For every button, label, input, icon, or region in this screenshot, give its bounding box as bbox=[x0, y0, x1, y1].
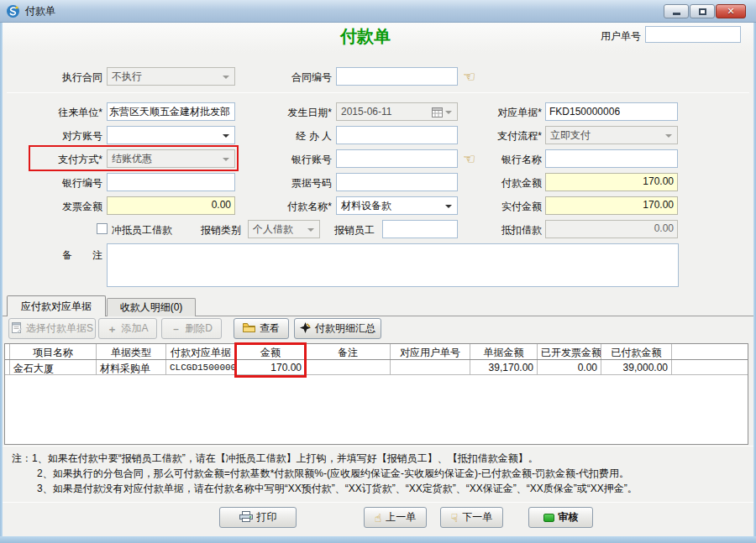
pay-name-label: 付款名称* bbox=[252, 200, 332, 214]
occur-date-picker[interactable]: 2015-06-11 bbox=[336, 102, 458, 121]
chevron-down-icon bbox=[307, 228, 314, 232]
counterpart-label: 往来单位* bbox=[25, 106, 102, 120]
pick-contract-icon[interactable]: ☜ bbox=[463, 70, 475, 84]
maximize-icon bbox=[699, 8, 706, 15]
note-line-1: 注：1、如果在付款中要“报销员工借款”，请在【冲抵员工借款】上打钩，并填写好【报… bbox=[12, 452, 538, 466]
pay-name-select[interactable]: 材料设备款 bbox=[336, 196, 458, 215]
tab-payee-detail[interactable]: 收款人明细(0) bbox=[107, 298, 196, 316]
pay-flow-label: 支付流程* bbox=[475, 129, 542, 144]
reimburse-type-select[interactable]: 个人借款 bbox=[248, 220, 320, 238]
ref-doc-label: 对应单据* bbox=[475, 106, 542, 120]
bank-name-label: 银行名称 bbox=[475, 153, 542, 167]
hand-up-icon: ☝ bbox=[375, 512, 382, 524]
calendar-icon bbox=[432, 107, 443, 120]
counterpart-input[interactable] bbox=[107, 102, 235, 121]
window-border-left bbox=[0, 23, 3, 543]
opp-account-label: 对方账号 bbox=[25, 129, 102, 144]
bank-no-label: 银行编号 bbox=[25, 176, 102, 191]
minimize-button[interactable] bbox=[664, 4, 689, 18]
invoice-amount-label: 发票金额 bbox=[25, 200, 102, 214]
cell-doc-amount: 39,170.00 bbox=[470, 360, 538, 374]
bank-name-input[interactable] bbox=[545, 149, 678, 168]
note-line-3: 3、如果是付款没有对应付款单据，请在付款名称中写明“XX预付款”、“XX订货款”… bbox=[37, 482, 638, 496]
payment-form-window: 付款单 ✕ 付款单 用户单号 执行合同 不执行 合同编号 ☜ 往来单位* 发生日… bbox=[0, 0, 756, 543]
folder-icon bbox=[243, 323, 255, 335]
reimburse-type-label: 报销类别 bbox=[191, 223, 241, 238]
contract-no-label: 合同编号 bbox=[252, 70, 332, 85]
deduct-loan-field: 0.00 bbox=[545, 220, 678, 238]
chevron-down-icon bbox=[445, 111, 452, 114]
offset-loan-checkbox[interactable] bbox=[97, 223, 108, 234]
payable-docs-table: 项目名称 单据类型 付款对应单据 金额 备注 对应用户单号 单据金额 已开发票金… bbox=[4, 343, 748, 445]
printer-icon bbox=[239, 511, 253, 525]
maximize-button[interactable] bbox=[690, 4, 715, 18]
chevron-down-icon bbox=[445, 205, 452, 208]
divider bbox=[3, 502, 753, 503]
col-invoiced-amount: 已开发票金额 bbox=[538, 344, 601, 359]
plus-icon: ＋ bbox=[107, 324, 117, 334]
remark-textarea[interactable] bbox=[107, 243, 679, 287]
audit-button[interactable]: 审核 bbox=[528, 507, 593, 528]
contract-no-input[interactable] bbox=[336, 67, 458, 86]
opp-account-select[interactable] bbox=[107, 126, 235, 144]
app-logo-icon bbox=[6, 4, 20, 18]
pay-amount-field: 170.00 bbox=[545, 173, 678, 191]
minimize-icon bbox=[673, 13, 680, 15]
ref-doc-input[interactable] bbox=[545, 102, 678, 121]
select-payment-doc-button[interactable]: 选择付款单据S bbox=[8, 318, 96, 339]
user-doc-input[interactable] bbox=[645, 26, 741, 43]
offset-loan-label: 冲抵员工借款 bbox=[112, 223, 172, 238]
reimburse-emp-input[interactable] bbox=[382, 220, 458, 238]
cell-invoiced-amount: 0.00 bbox=[538, 360, 601, 374]
print-button[interactable]: 打印 bbox=[219, 507, 297, 528]
bill-no-label: 票据号码 bbox=[252, 176, 332, 191]
chevron-down-icon bbox=[223, 76, 229, 79]
handler-input[interactable] bbox=[336, 126, 458, 144]
add-row-button[interactable]: ＋ 添加A bbox=[98, 318, 157, 339]
col-doc-amount: 单据金额 bbox=[470, 344, 538, 359]
remark-label: 备 注 bbox=[25, 248, 102, 263]
chevron-down-icon bbox=[665, 134, 672, 138]
table-row[interactable]: 金石大厦 材料采购单 CLCGD150000017 170.00 39,170.… bbox=[5, 360, 748, 375]
payment-summary-button[interactable]: 付款明细汇总 bbox=[294, 318, 381, 339]
hand-down-icon: ☟ bbox=[451, 512, 459, 524]
close-button[interactable]: ✕ bbox=[716, 4, 746, 18]
reimburse-emp-label: 报销员工 bbox=[333, 223, 375, 238]
cell-remark bbox=[306, 360, 391, 374]
actual-amount-field: 170.00 bbox=[545, 196, 678, 215]
cell-ref-doc: CLCGD150000017 bbox=[166, 360, 236, 374]
col-ref-doc: 付款对应单据 bbox=[166, 344, 236, 359]
exec-contract-select[interactable]: 不执行 bbox=[107, 67, 235, 86]
view-button[interactable]: 查看 bbox=[234, 318, 289, 339]
divider bbox=[7, 92, 749, 93]
chevron-down-icon bbox=[223, 134, 229, 138]
note-line-2: 2、如果执行的分包合同，那么可付款金额=付款基数*付款限额%-(应收履约保证金-… bbox=[37, 467, 629, 481]
occur-date-label: 发生日期* bbox=[252, 106, 332, 120]
minus-icon: － bbox=[171, 324, 181, 334]
table-header-row: 项目名称 单据类型 付款对应单据 金额 备注 对应用户单号 单据金额 已开发票金… bbox=[5, 344, 748, 360]
previous-doc-button[interactable]: ☝ 上一单 bbox=[364, 507, 427, 528]
col-user-doc-no: 对应用户单号 bbox=[391, 344, 470, 359]
bank-account-input[interactable] bbox=[336, 149, 458, 168]
col-remark: 备注 bbox=[306, 344, 391, 359]
divider bbox=[3, 446, 753, 446]
exec-contract-label: 执行合同 bbox=[25, 70, 102, 85]
pick-bank-account-icon[interactable]: ☜ bbox=[463, 152, 475, 166]
bill-no-input[interactable] bbox=[336, 173, 458, 191]
delete-row-button[interactable]: － 删除D bbox=[161, 318, 222, 339]
window-title: 付款单 bbox=[25, 4, 55, 18]
bank-no-input[interactable] bbox=[107, 173, 235, 191]
tab-payable-docs[interactable]: 应付款对应单据 bbox=[7, 295, 106, 316]
summary-star-icon bbox=[300, 322, 311, 336]
pay-flow-select[interactable]: 立即支付 bbox=[545, 126, 678, 144]
cell-doc-type: 材料采购单 bbox=[97, 360, 166, 374]
col-project-name: 项目名称 bbox=[10, 344, 97, 359]
document-icon bbox=[11, 322, 22, 336]
next-doc-button[interactable]: ☟ 下一单 bbox=[440, 507, 503, 528]
audit-green-icon bbox=[543, 514, 554, 522]
close-icon: ✕ bbox=[727, 7, 734, 16]
bank-account-label: 银行账号 bbox=[252, 153, 332, 167]
pay-method-select[interactable]: 结账优惠 bbox=[107, 149, 235, 168]
pay-method-label: 支付方式* bbox=[25, 153, 102, 167]
actual-amount-label: 实付金额 bbox=[475, 200, 542, 214]
